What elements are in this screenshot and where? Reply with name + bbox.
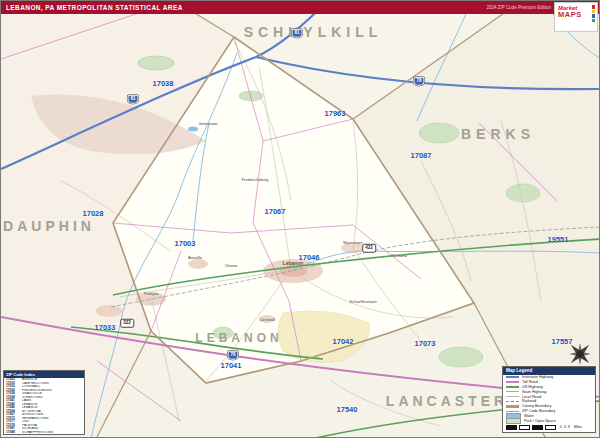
scale-segment: [545, 425, 556, 430]
legend-label: Park / Open Space: [524, 419, 556, 423]
legend-label: County Boundary: [522, 404, 551, 408]
highway-shield: 81: [291, 29, 302, 38]
highway-shield: 422: [362, 244, 376, 253]
zip-index-name: SCHAEFFERSTOWN: [22, 431, 82, 435]
zip-code-index: ZIP Code Index 17003 ANNVILLE 17010 CAMP…: [3, 370, 85, 435]
legend-swatch: [506, 376, 519, 378]
legend-label: Local Road: [522, 395, 541, 399]
compass-rose-icon: [567, 341, 593, 367]
county-label: SCHUYLKILL: [244, 24, 383, 40]
town-label: Jonestown: [198, 121, 217, 126]
legend-label: US Highway: [522, 385, 543, 389]
zip-code-label: 17038: [153, 79, 174, 88]
logo-word-2: MAPS: [558, 11, 592, 19]
zip-code-label: 17041: [221, 361, 242, 370]
town-label: Richland: [391, 253, 407, 258]
scale-bar: 048 Miles: [503, 424, 595, 433]
legend-label: State Highway: [522, 390, 546, 394]
scale-segment: [519, 425, 530, 430]
zip-code-label: 17033: [95, 323, 116, 332]
logo-color-swatches: [592, 5, 596, 29]
edition-label: 2024 ZIP Code Premium Edition: [487, 5, 551, 10]
zip-code-label: 17963: [325, 109, 346, 118]
legend-swatch: [506, 405, 519, 408]
zip-index-code: 17088: [6, 431, 22, 435]
scale-unit: Miles: [574, 425, 582, 429]
map-legend: Map Legend Interstate Highway Toll Road …: [502, 366, 596, 433]
highway-shield: 81: [127, 95, 138, 104]
legend-label: Interstate Highway: [522, 375, 553, 379]
legend-label: Toll Road: [522, 380, 538, 384]
highway-shield: 78: [413, 77, 424, 86]
county-label: DAUPHIN: [3, 218, 95, 234]
legend-label: Water: [524, 414, 534, 418]
zip-code-label: 17073: [415, 339, 436, 348]
highway-shield: 322: [120, 319, 134, 328]
legend-label: ZIP Code Boundary: [522, 409, 555, 413]
legend-swatch: [506, 396, 519, 398]
zip-index-row: 17088 SCHAEFFERSTOWN: [4, 431, 84, 435]
legend-swatch: [506, 401, 519, 403]
town-label: Lebanon: [283, 260, 304, 266]
town-label: Myerstown: [343, 240, 362, 245]
wall-map-page: LEBANON, PA METROPOLITAN STATISTICAL ARE…: [0, 0, 600, 438]
scale-tick: 4: [564, 425, 566, 429]
zip-code-label: 17028: [83, 209, 104, 218]
town-label: Schaefferstown: [349, 299, 377, 304]
town-label: Cleona: [225, 263, 238, 268]
legend-swatch: [506, 418, 521, 425]
county-label: LANCASTER: [386, 393, 508, 409]
zip-index-title: ZIP Code Index: [4, 371, 84, 378]
zip-code-label: 17003: [175, 239, 196, 248]
scale-segment: [532, 425, 543, 430]
highway-shield: 76: [227, 351, 238, 360]
county-label: BERKS: [461, 126, 535, 142]
scale-segment: [506, 425, 517, 430]
legend-swatch: [506, 411, 519, 413]
legend-swatch: [506, 381, 519, 383]
zip-code-label: 17540: [337, 405, 358, 414]
zip-code-label: 17067: [265, 207, 286, 216]
zip-code-label: 17087: [411, 151, 432, 160]
scale-tick: 8: [568, 425, 570, 429]
legend-swatch: [506, 391, 519, 393]
page-title: LEBANON, PA METROPOLITAN STATISTICAL ARE…: [6, 4, 183, 11]
town-label: Cornwall: [259, 317, 275, 322]
zip-code-label: 17042: [333, 337, 354, 346]
town-label: Annville: [188, 255, 202, 260]
zip-code-label: 19551: [548, 235, 569, 244]
legend-title: Map Legend: [503, 367, 595, 375]
legend-label: Railroad: [522, 399, 536, 403]
title-bar: LEBANON, PA METROPOLITAN STATISTICAL ARE…: [1, 1, 599, 14]
legend-swatch: [506, 386, 519, 388]
publisher-logo: Market MAPS: [554, 2, 598, 32]
town-label: Fredericksburg: [242, 177, 269, 182]
town-label: Palmyra: [144, 291, 159, 296]
scale-tick: 0: [560, 425, 562, 429]
county-label: LEBANON: [195, 331, 282, 345]
